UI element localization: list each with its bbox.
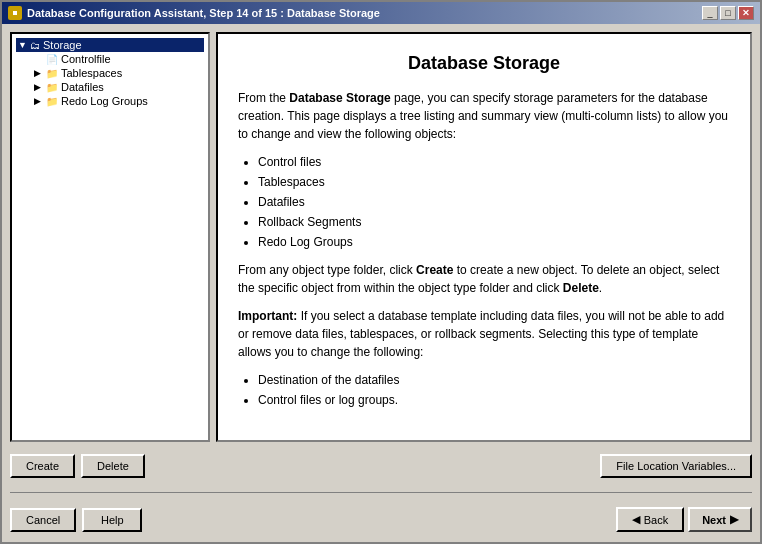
tablespaces-label: Tablespaces: [61, 67, 122, 79]
p2-bold1: Create: [416, 263, 453, 277]
list1-item-5: Redo Log Groups: [258, 233, 730, 251]
list1-item-2: Tablespaces: [258, 173, 730, 191]
footer-bar: Cancel Help ◀ Back Next ▶: [10, 503, 752, 534]
close-button[interactable]: ✕: [738, 6, 754, 20]
window-content: ▼ 🗂 Storage 📄 Controlfile ▶ 📁 Tablespace…: [2, 24, 760, 542]
storage-icon: 🗂: [30, 40, 40, 51]
datafiles-expander: ▶: [34, 82, 44, 92]
content-list2: Destination of the datafiles Control fil…: [258, 371, 730, 409]
create-button[interactable]: Create: [10, 454, 75, 478]
p1-prefix: From the: [238, 91, 289, 105]
list2-item-2: Control files or log groups.: [258, 391, 730, 409]
tablespaces-icon: 📁: [46, 68, 58, 79]
back-label: Back: [644, 514, 668, 526]
window-title: Database Configuration Assistant, Step 1…: [27, 7, 380, 19]
storage-label: Storage: [43, 39, 82, 51]
content-paragraph3: Important: If you select a database temp…: [238, 307, 730, 361]
next-button[interactable]: Next ▶: [688, 507, 752, 532]
content-panel: Database Storage From the Database Stora…: [216, 32, 752, 442]
list2-item-1: Destination of the datafiles: [258, 371, 730, 389]
tree-item-controlfile[interactable]: 📄 Controlfile: [32, 52, 204, 66]
datafiles-label: Datafiles: [61, 81, 104, 93]
bottom-bar: Create Delete File Location Variables...: [10, 450, 752, 482]
content-title: Database Storage: [238, 50, 730, 77]
redo-icon: 📁: [46, 96, 58, 107]
list1-item-4: Rollback Segments: [258, 213, 730, 231]
minimize-button[interactable]: _: [702, 6, 718, 20]
next-label: Next: [702, 514, 726, 526]
tree-panel: ▼ 🗂 Storage 📄 Controlfile ▶ 📁 Tablespace…: [10, 32, 210, 442]
list1-item-1: Control files: [258, 153, 730, 171]
file-location-variables-button[interactable]: File Location Variables...: [600, 454, 752, 478]
maximize-button[interactable]: □: [720, 6, 736, 20]
tree-item-storage[interactable]: ▼ 🗂 Storage: [16, 38, 204, 52]
content-list1: Control files Tablespaces Datafiles Roll…: [258, 153, 730, 251]
storage-expander: ▼: [18, 40, 28, 50]
footer-left: Cancel Help: [10, 508, 142, 532]
redo-label: Redo Log Groups: [61, 95, 148, 107]
title-bar-left: Database Configuration Assistant, Step 1…: [8, 6, 380, 20]
svg-rect-1: [13, 11, 17, 15]
p1-bold: Database Storage: [289, 91, 390, 105]
bottom-left: Create Delete: [10, 454, 145, 478]
p3-suffix: If you select a database template includ…: [238, 309, 724, 359]
controlfile-icon: 📄: [46, 54, 58, 65]
help-button[interactable]: Help: [82, 508, 142, 532]
content-paragraph2: From any object type folder, click Creat…: [238, 261, 730, 297]
controlfile-expander: [34, 54, 44, 64]
delete-button[interactable]: Delete: [81, 454, 145, 478]
footer-separator: [10, 492, 752, 493]
title-bar: Database Configuration Assistant, Step 1…: [2, 2, 760, 24]
p2-bold2: Delete: [563, 281, 599, 295]
tree-item-redo-log-groups[interactable]: ▶ 📁 Redo Log Groups: [32, 94, 204, 108]
list1-item-3: Datafiles: [258, 193, 730, 211]
bottom-right: File Location Variables...: [600, 454, 752, 478]
back-arrow-icon: ◀: [632, 513, 640, 526]
p2-suffix: .: [599, 281, 602, 295]
window-controls: _ □ ✕: [702, 6, 754, 20]
controlfile-label: Controlfile: [61, 53, 111, 65]
tablespaces-expander: ▶: [34, 68, 44, 78]
content-paragraph1: From the Database Storage page, you can …: [238, 89, 730, 143]
redo-expander: ▶: [34, 96, 44, 106]
tree-item-datafiles[interactable]: ▶ 📁 Datafiles: [32, 80, 204, 94]
back-button[interactable]: ◀ Back: [616, 507, 684, 532]
cancel-button[interactable]: Cancel: [10, 508, 76, 532]
datafiles-icon: 📁: [46, 82, 58, 93]
p3-bold: Important:: [238, 309, 297, 323]
next-arrow-icon: ▶: [730, 513, 738, 526]
tree-item-tablespaces[interactable]: ▶ 📁 Tablespaces: [32, 66, 204, 80]
app-icon: [8, 6, 22, 20]
p2-prefix: From any object type folder, click: [238, 263, 416, 277]
footer-right: ◀ Back Next ▶: [616, 507, 752, 532]
main-area: ▼ 🗂 Storage 📄 Controlfile ▶ 📁 Tablespace…: [10, 32, 752, 442]
main-window: Database Configuration Assistant, Step 1…: [0, 0, 762, 544]
